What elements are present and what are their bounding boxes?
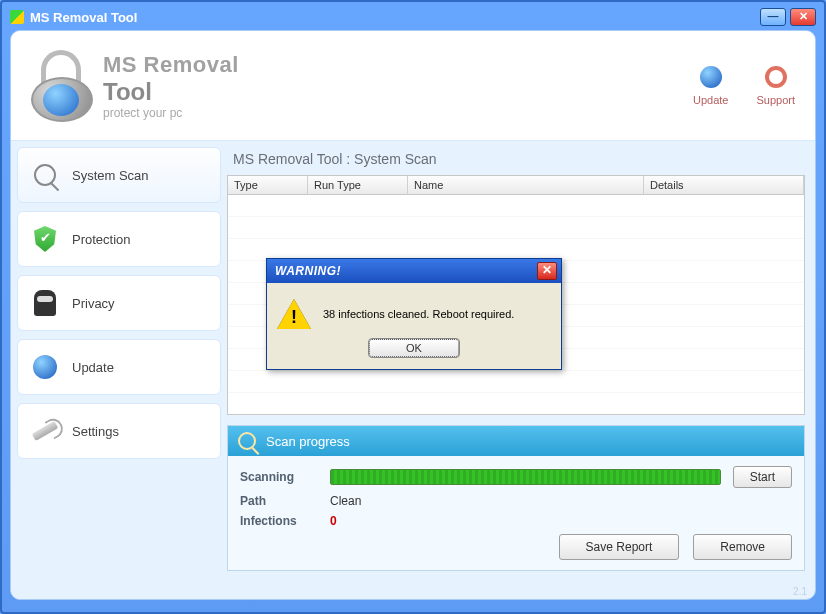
scan-progress-header: Scan progress bbox=[228, 426, 804, 456]
remove-button[interactable]: Remove bbox=[693, 534, 792, 560]
magnifier-icon bbox=[30, 160, 60, 190]
sidebar-item-privacy[interactable]: Privacy bbox=[17, 275, 221, 331]
update-globe-icon bbox=[30, 352, 60, 382]
brand-line1: MS Removal bbox=[103, 52, 239, 78]
dialog-titlebar: WARNING! ✕ bbox=[267, 259, 561, 283]
minimize-button[interactable]: — bbox=[760, 8, 786, 26]
close-button[interactable]: ✕ bbox=[790, 8, 816, 26]
scan-progress-bar bbox=[330, 469, 721, 485]
sidebar-item-system-scan[interactable]: System Scan bbox=[17, 147, 221, 203]
scanning-label: Scanning bbox=[240, 470, 318, 484]
warning-dialog: WARNING! ✕ 38 infections cleaned. Reboot… bbox=[266, 258, 562, 370]
sidebar-item-update[interactable]: Update bbox=[17, 339, 221, 395]
sidebar-item-label: Protection bbox=[72, 232, 131, 247]
sidebar-item-label: Update bbox=[72, 360, 114, 375]
titlebar: MS Removal Tool — ✕ bbox=[4, 4, 822, 30]
panel-title: MS Removal Tool : System Scan bbox=[227, 147, 805, 175]
sidebar: System Scan Protection Privacy Update Se… bbox=[11, 141, 221, 599]
dialog-title: WARNING! bbox=[275, 264, 341, 278]
dialog-close-button[interactable]: ✕ bbox=[537, 262, 557, 280]
col-details[interactable]: Details bbox=[644, 176, 804, 194]
results-grid-header: Type Run Type Name Details bbox=[227, 175, 805, 195]
sidebar-item-settings[interactable]: Settings bbox=[17, 403, 221, 459]
lifebuoy-icon bbox=[765, 66, 787, 88]
dialog-message: 38 infections cleaned. Reboot required. bbox=[323, 308, 514, 320]
main-panel: MS Removal Tool : System Scan Type Run T… bbox=[221, 141, 815, 599]
sidebar-item-label: Privacy bbox=[72, 296, 115, 311]
warning-triangle-icon bbox=[277, 299, 311, 329]
shield-icon bbox=[30, 224, 60, 254]
path-value: Clean bbox=[330, 494, 361, 508]
path-label: Path bbox=[240, 494, 318, 508]
version-label: 2.1 bbox=[793, 586, 807, 597]
brand-header: MS Removal Tool protect your pc Update S… bbox=[11, 31, 815, 141]
window-title: MS Removal Tool bbox=[30, 10, 137, 25]
lock-globe-icon bbox=[31, 50, 93, 122]
col-run-type[interactable]: Run Type bbox=[308, 176, 408, 194]
app-window: MS Removal Tool — ✕ MS Removal Tool prot… bbox=[0, 0, 826, 614]
magnifier-icon bbox=[238, 432, 256, 450]
globe-icon bbox=[700, 66, 722, 88]
header-support-button[interactable]: Support bbox=[756, 66, 795, 106]
save-report-button[interactable]: Save Report bbox=[559, 534, 680, 560]
sidebar-item-protection[interactable]: Protection bbox=[17, 211, 221, 267]
app-icon bbox=[10, 10, 24, 24]
col-type[interactable]: Type bbox=[228, 176, 308, 194]
privacy-icon bbox=[30, 288, 60, 318]
brand-line2: Tool bbox=[103, 78, 239, 106]
col-name[interactable]: Name bbox=[408, 176, 644, 194]
infections-label: Infections bbox=[240, 514, 318, 528]
brand-title-block: MS Removal Tool protect your pc bbox=[103, 52, 239, 120]
scan-progress-title: Scan progress bbox=[266, 434, 350, 449]
header-update-button[interactable]: Update bbox=[693, 66, 728, 106]
brand-tagline: protect your pc bbox=[103, 106, 239, 120]
sidebar-item-label: System Scan bbox=[72, 168, 149, 183]
start-button[interactable]: Start bbox=[733, 466, 792, 488]
sidebar-item-label: Settings bbox=[72, 424, 119, 439]
dialog-ok-button[interactable]: OK bbox=[369, 339, 459, 357]
scan-progress-panel: Scan progress Scanning Start Path Clean bbox=[227, 425, 805, 571]
infections-value: 0 bbox=[330, 514, 337, 528]
wrench-icon bbox=[30, 416, 60, 446]
header-support-label: Support bbox=[756, 94, 795, 106]
header-update-label: Update bbox=[693, 94, 728, 106]
